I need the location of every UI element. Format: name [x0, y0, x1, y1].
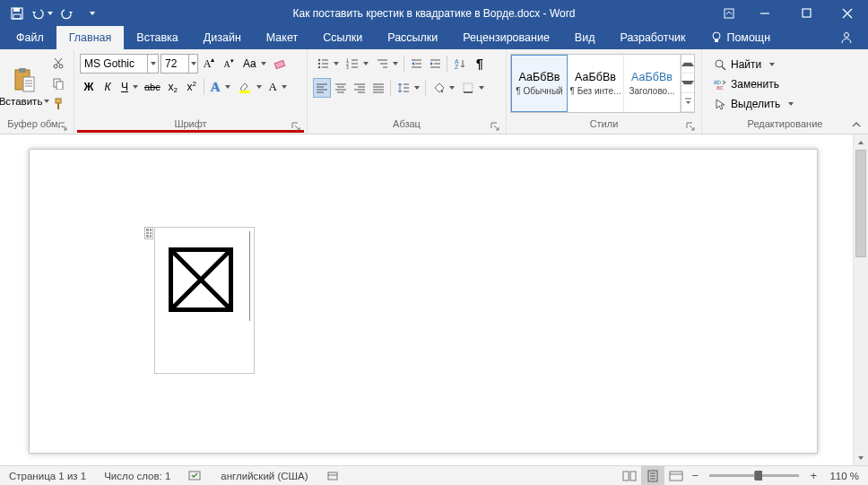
borders-button[interactable] — [458, 78, 487, 98]
undo-button[interactable] — [30, 2, 54, 25]
increase-indent-button[interactable] — [426, 54, 444, 74]
show-marks-button[interactable]: ¶ — [471, 54, 489, 74]
style-normal[interactable]: АаБбВв ¶ Обычный — [511, 55, 568, 112]
style-no-spacing[interactable]: АаБбВв ¶ Без инте... — [568, 55, 624, 112]
bullets-button[interactable] — [313, 54, 342, 74]
align-right-button[interactable] — [351, 78, 369, 98]
clear-formatting-button[interactable] — [271, 54, 291, 74]
group-clipboard: Вставить Буфер обм... — [0, 49, 74, 134]
sort-button[interactable]: AZ — [450, 54, 470, 74]
maximize-button[interactable] — [786, 0, 827, 26]
redo-button[interactable] — [56, 2, 79, 25]
macro-status[interactable] — [317, 466, 348, 485]
tab-home[interactable]: Главная — [56, 26, 125, 49]
select-label: Выделить — [731, 98, 780, 110]
search-icon — [714, 58, 726, 71]
grow-font-button[interactable]: A▴ — [200, 54, 218, 74]
change-case-button[interactable]: Aa — [239, 54, 269, 74]
tab-developer[interactable]: Разработчик — [607, 26, 698, 49]
italic-button[interactable]: К — [99, 77, 117, 97]
scissors-icon — [52, 56, 65, 69]
strikethrough-button[interactable]: abc — [142, 77, 163, 97]
replace-button[interactable]: abacЗаменить — [709, 74, 798, 93]
qat-customize-button[interactable] — [81, 2, 104, 25]
font-launcher[interactable] — [290, 120, 302, 133]
style-heading1[interactable]: АаБбВв Заголово... — [624, 55, 681, 112]
document-scroll-area[interactable] — [0, 134, 853, 465]
page-number-status[interactable]: Страница 1 из 1 — [0, 466, 95, 485]
line-spacing-button[interactable] — [394, 78, 422, 98]
find-button[interactable]: Найти — [709, 55, 798, 74]
zoom-in-button[interactable]: + — [806, 469, 820, 482]
eraser-icon — [273, 57, 288, 70]
paragraph-launcher[interactable] — [489, 120, 501, 133]
font-size-input[interactable] — [161, 55, 188, 73]
align-center-button[interactable] — [332, 78, 350, 98]
format-painter-button[interactable] — [48, 94, 68, 114]
font-size-combo[interactable] — [161, 54, 198, 74]
highlight-button[interactable] — [234, 77, 265, 97]
numbering-button[interactable]: 123 — [343, 54, 371, 74]
style-preview: АаБбВв — [631, 71, 673, 83]
zoom-out-button[interactable]: − — [688, 469, 702, 482]
cut-button[interactable] — [48, 53, 68, 73]
styles-launcher[interactable] — [684, 120, 697, 133]
justify-button[interactable] — [369, 78, 387, 98]
bold-button[interactable]: Ж — [80, 77, 98, 97]
scroll-thumb[interactable] — [855, 150, 866, 257]
ribbon-tabs: Файл Главная Вставка Дизайн Макет Ссылки… — [0, 26, 868, 49]
subscript-button[interactable]: x2 — [164, 77, 182, 97]
superscript-button[interactable]: x2 — [183, 77, 201, 97]
minimize-button[interactable] — [744, 0, 786, 26]
tab-insert[interactable]: Вставка — [124, 26, 190, 49]
styles-scroll-down[interactable] — [681, 74, 694, 92]
save-button[interactable] — [5, 2, 29, 25]
zoom-slider[interactable] — [709, 474, 799, 477]
underline-button[interactable]: Ч — [117, 77, 141, 97]
font-name-input[interactable] — [81, 55, 147, 73]
scroll-down-button[interactable] — [854, 450, 868, 465]
paste-button[interactable]: Вставить — [4, 51, 45, 118]
tab-review[interactable]: Рецензирование — [450, 26, 562, 49]
vertical-scrollbar[interactable] — [853, 134, 868, 465]
language-status[interactable]: английский (США) — [212, 466, 317, 485]
spell-check-status[interactable] — [179, 466, 212, 485]
tab-references[interactable]: Ссылки — [310, 26, 375, 49]
tab-design[interactable]: Дизайн — [191, 26, 254, 49]
font-name-dropdown[interactable] — [147, 55, 158, 73]
select-button[interactable]: Выделить — [709, 94, 798, 113]
clipboard-launcher[interactable] — [56, 120, 69, 133]
multilevel-list-button[interactable] — [372, 54, 401, 74]
font-name-combo[interactable] — [80, 54, 159, 74]
shrink-font-button[interactable]: A▾ — [220, 54, 238, 74]
decrease-indent-button[interactable] — [407, 54, 425, 74]
styles-expand[interactable] — [681, 93, 694, 112]
styles-scroll-up[interactable] — [681, 55, 694, 74]
word-count-status[interactable]: Число слов: 1 — [95, 466, 179, 485]
text-effects-button[interactable]: A — [207, 77, 233, 97]
align-left-button[interactable] — [313, 78, 331, 98]
font-size-dropdown[interactable] — [188, 55, 197, 73]
close-button[interactable] — [827, 0, 868, 26]
tell-me-search[interactable]: Помощн — [698, 26, 783, 49]
tab-mailings[interactable]: Рассылки — [375, 26, 450, 49]
collapse-ribbon-button[interactable] — [848, 117, 864, 132]
read-mode-button[interactable] — [618, 466, 641, 485]
content-control-handle[interactable] — [144, 227, 153, 239]
scroll-track[interactable] — [854, 150, 868, 450]
share-button[interactable] — [825, 26, 868, 49]
font-color-button[interactable]: A — [265, 77, 290, 97]
zoom-slider-thumb[interactable] — [755, 471, 762, 481]
scroll-up-button[interactable] — [854, 134, 868, 150]
tab-view[interactable]: Вид — [562, 26, 608, 49]
shading-button[interactable] — [429, 78, 457, 98]
tab-layout[interactable]: Макет — [254, 26, 310, 49]
zoom-level[interactable]: 110 % — [820, 466, 868, 485]
page[interactable] — [29, 149, 818, 454]
tab-file[interactable]: Файл — [4, 26, 56, 49]
copy-button[interactable] — [48, 74, 68, 93]
web-layout-button[interactable] — [664, 466, 688, 485]
print-layout-button[interactable] — [641, 466, 664, 485]
ribbon-display-options-button[interactable] — [714, 0, 744, 26]
content-control-box[interactable] — [154, 227, 255, 374]
